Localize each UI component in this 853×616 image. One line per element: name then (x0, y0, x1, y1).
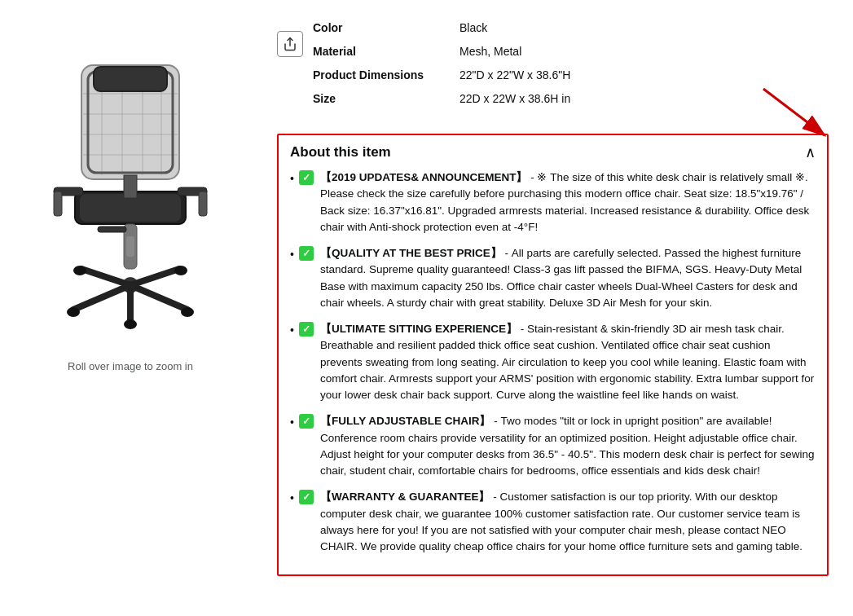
spec-value: Mesh, Metal (459, 40, 829, 64)
spec-row: Size22D x 22W x 38.6H in (313, 87, 829, 111)
svg-line-25 (81, 269, 130, 285)
product-image (20, 41, 240, 350)
svg-line-23 (130, 285, 187, 310)
specs-area: ColorBlackMaterialMesh, MetalProduct Dim… (277, 16, 829, 125)
list-item: •【FULLY ADJUSTABLE CHAIR】 - Two modes "t… (290, 413, 816, 479)
spec-value: Black (459, 16, 829, 40)
check-icon (299, 246, 314, 261)
svg-rect-17 (199, 191, 207, 216)
right-panel: ColorBlackMaterialMesh, MetalProduct Dim… (261, 16, 853, 604)
chevron-up-icon: ∧ (805, 143, 816, 161)
bullet-bold: 【2019 UPDATES& ANNOUNCEMENT】 (320, 171, 528, 183)
svg-point-30 (73, 266, 86, 275)
roll-over-label: Roll over image to zoom in (68, 360, 193, 372)
specs-block: ColorBlackMaterialMesh, MetalProduct Dim… (313, 16, 829, 125)
share-button[interactable] (277, 31, 303, 57)
spec-label: Color (313, 16, 459, 40)
bullet-bold: 【FULLY ADJUSTABLE CHAIR】 (320, 415, 491, 427)
bullet-text: 【WARRANTY & GUARANTEE】 - Customer satisf… (320, 489, 816, 555)
list-item: •【ULTIMATE SITTING EXPERIENCE】 - Stain-r… (290, 321, 816, 403)
check-icon (299, 170, 314, 185)
bullet-bold: 【WARRANTY & GUARANTEE】 (320, 491, 490, 503)
list-item: •【WARRANTY & GUARANTEE】 - Customer satis… (290, 489, 816, 555)
check-icon (299, 414, 314, 429)
spec-label: Product Dimensions (313, 64, 459, 87)
list-item: •【QUALITY AT THE BEST PRICE】 - All parts… (290, 245, 816, 311)
check-icon (299, 490, 314, 504)
svg-point-29 (124, 319, 137, 329)
spec-row: ColorBlack (313, 16, 829, 40)
spec-value: 22"D x 22"W x 38.6"H (459, 64, 829, 87)
spec-row: Product Dimensions22"D x 22"W x 38.6"H (313, 64, 829, 87)
bullet-bold: 【ULTIMATE SITTING EXPERIENCE】 (320, 323, 517, 335)
bullet-text: 【FULLY ADJUSTABLE CHAIR】 - Two modes "ti… (320, 413, 816, 479)
about-header[interactable]: About this item ∧ (279, 135, 827, 169)
spec-row: MaterialMesh, Metal (313, 40, 829, 64)
spec-label: Material (313, 40, 459, 64)
bullet-dot: • (290, 322, 294, 339)
svg-rect-10 (94, 67, 167, 91)
svg-rect-13 (124, 175, 137, 198)
specs-table: ColorBlackMaterialMesh, MetalProduct Dim… (313, 16, 829, 111)
bullet-dot: • (290, 414, 294, 431)
list-item: •【2019 UPDATES& ANNOUNCEMENT】 - ※ The si… (290, 169, 816, 235)
about-section: About this item ∧ •【2019 UPDATES& ANNOUN… (277, 134, 829, 576)
bullet-list: •【2019 UPDATES& ANNOUNCEMENT】 - ※ The si… (279, 169, 827, 574)
svg-point-27 (67, 307, 80, 317)
left-panel: Roll over image to zoom in (0, 16, 261, 604)
bullet-bold: 【QUALITY AT THE BEST PRICE】 (320, 247, 502, 259)
about-section-wrapper: About this item ∧ •【2019 UPDATES& ANNOUN… (277, 134, 829, 576)
svg-point-31 (174, 266, 187, 275)
svg-line-22 (73, 285, 130, 310)
bullet-text: 【ULTIMATE SITTING EXPERIENCE】 - Stain-re… (320, 321, 816, 403)
spec-label: Size (313, 87, 459, 111)
svg-rect-19 (126, 236, 134, 257)
svg-point-28 (181, 307, 194, 317)
spec-value: 22D x 22W x 38.6H in (459, 87, 829, 111)
bullet-text: 【2019 UPDATES& ANNOUNCEMENT】 - ※ The siz… (320, 169, 816, 235)
bullet-dot: • (290, 490, 294, 507)
bullet-dot: • (290, 170, 294, 187)
svg-rect-20 (98, 227, 126, 232)
svg-line-26 (130, 269, 179, 285)
bullet-dot: • (290, 246, 294, 263)
bullet-text: 【QUALITY AT THE BEST PRICE】 - All parts … (320, 245, 816, 311)
check-icon (299, 322, 314, 337)
svg-rect-15 (54, 191, 62, 216)
page-container: Roll over image to zoom in ColorBlackMat… (0, 0, 853, 616)
about-title: About this item (290, 144, 391, 161)
